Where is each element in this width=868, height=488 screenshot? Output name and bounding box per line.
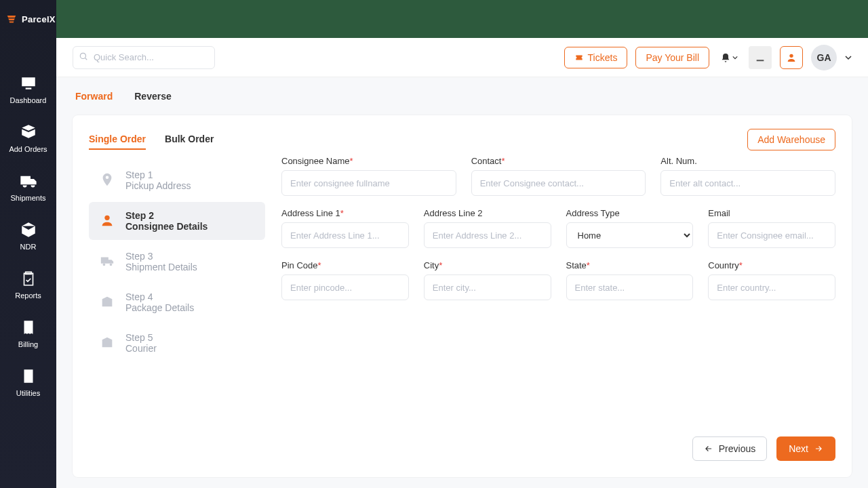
add-warehouse-button[interactable]: Add Warehouse	[747, 129, 835, 150]
sidebar-item-billing[interactable]: Billing	[0, 309, 56, 358]
step-package-details[interactable]: Step 4Package Details	[89, 283, 265, 321]
step-number: Step 1	[125, 169, 191, 180]
step-desc: Consignee Details	[125, 221, 208, 232]
field-label: Consignee Name*	[281, 156, 456, 166]
alt-num-input[interactable]	[660, 170, 835, 196]
step-shipment-details[interactable]: Step 3Shipment Details	[89, 243, 265, 281]
tab-forward[interactable]: Forward	[75, 88, 113, 104]
step-pickup-address[interactable]: Step 1Pickup Address	[89, 161, 265, 199]
sidebar-item-utilities[interactable]: Utilities	[0, 358, 56, 407]
field-consignee-name: Consignee Name*	[281, 156, 456, 196]
form: Consignee Name* Contact* Alt. Num. Addre…	[281, 156, 835, 362]
svg-point-4	[110, 264, 113, 266]
nav-label: Utilities	[16, 389, 40, 397]
step-courier[interactable]: Step 5Courier	[89, 324, 265, 362]
tab-reverse[interactable]: Reverse	[134, 88, 172, 104]
field-label: State*	[566, 260, 694, 270]
step-consignee-details[interactable]: Step 2Consignee Details	[89, 202, 265, 240]
contact-input[interactable]	[471, 170, 646, 196]
svg-point-2	[104, 216, 109, 220]
field-label: Address Line 1*	[281, 208, 409, 218]
map-pin-icon	[98, 171, 116, 188]
field-contact: Contact*	[471, 156, 646, 196]
city-input[interactable]	[424, 274, 551, 300]
notifications-button[interactable]	[717, 46, 741, 69]
field-country: Country*	[708, 260, 835, 300]
nav-label: Reports	[15, 291, 41, 300]
clipboard-check-icon	[20, 270, 37, 287]
state-input[interactable]	[566, 274, 694, 300]
field-pin: Pin Code*	[281, 260, 409, 300]
sidebar-item-ndr[interactable]: NDR	[0, 211, 56, 260]
box-icon	[98, 333, 116, 351]
nav-label: NDR	[20, 243, 37, 251]
consignee-name-input[interactable]	[281, 170, 456, 196]
steps-list: Step 1Pickup Address Step 2Consignee Det…	[89, 156, 265, 362]
step-desc: Courier	[125, 343, 157, 354]
step-desc: Package Details	[125, 302, 194, 313]
step-desc: Shipment Details	[125, 262, 197, 272]
next-button[interactable]: Next	[776, 436, 835, 461]
field-city: City*	[424, 260, 551, 300]
pay-bill-button[interactable]: Pay Your Bill	[635, 47, 709, 68]
download-icon	[755, 52, 766, 63]
field-address-2: Address Line 2	[424, 208, 551, 248]
window-frame-top	[0, 0, 868, 38]
brand-text: ParcelX	[22, 14, 56, 24]
address-type-select[interactable]: Home	[566, 222, 694, 248]
field-address-1: Address Line 1*	[281, 208, 409, 248]
address-1-input[interactable]	[281, 222, 409, 248]
search-icon	[79, 52, 88, 64]
box-open-icon	[20, 123, 37, 141]
field-state: State*	[566, 260, 694, 300]
field-label: Email	[708, 208, 835, 218]
nav-label: Dashboard	[10, 96, 47, 104]
monitor-icon	[20, 75, 37, 92]
previous-button[interactable]: Previous	[692, 436, 767, 461]
svg-point-1	[789, 54, 793, 57]
tickets-button[interactable]: Tickets	[564, 47, 628, 68]
field-label: City*	[424, 260, 551, 270]
calculator-icon	[20, 367, 37, 385]
field-address-type: Address Type Home	[566, 208, 694, 248]
sidebar-item-dashboard[interactable]: Dashboard	[0, 65, 56, 114]
user-button[interactable]	[780, 46, 803, 69]
step-number: Step 4	[125, 291, 194, 302]
download-button[interactable]	[749, 46, 772, 69]
sidebar-item-add-orders[interactable]: Add Orders	[0, 114, 56, 163]
button-label: Pay Your Bill	[646, 52, 699, 63]
field-label: Alt. Num.	[660, 156, 835, 166]
avatar-initials: GA	[817, 52, 831, 63]
avatar[interactable]: GA	[811, 45, 837, 70]
logo[interactable]: ParcelX	[0, 0, 56, 38]
address-2-input[interactable]	[424, 222, 551, 248]
field-alt-num: Alt. Num.	[660, 156, 835, 196]
arrow-left-icon	[704, 444, 713, 453]
field-label: Address Type	[566, 208, 694, 218]
field-label: Address Line 2	[424, 208, 551, 218]
form-footer: Previous Next	[89, 436, 835, 461]
tab-bulk-order[interactable]: Bulk Order	[165, 129, 214, 150]
truck-icon	[20, 172, 37, 190]
user-icon	[786, 52, 797, 63]
package-icon	[20, 221, 37, 239]
pin-input[interactable]	[281, 274, 409, 300]
field-email: Email	[708, 208, 835, 248]
search-wrap	[73, 46, 215, 69]
sidebar-item-shipments[interactable]: Shipments	[0, 163, 56, 211]
field-label: Country*	[708, 260, 835, 270]
truck-icon	[98, 252, 116, 270]
sidebar-item-reports[interactable]: Reports	[0, 260, 56, 309]
search-input[interactable]	[73, 46, 215, 69]
nav-label: Add Orders	[9, 145, 47, 153]
chevron-down-icon[interactable]	[845, 54, 852, 61]
content: Forward Reverse Single Order Bulk Order …	[56, 77, 868, 488]
step-number: Step 3	[125, 251, 197, 262]
field-label: Pin Code*	[281, 260, 409, 270]
email-input[interactable]	[708, 222, 835, 248]
step-number: Step 5	[125, 332, 157, 343]
country-input[interactable]	[708, 274, 835, 300]
topbar: Tickets Pay Your Bill GA	[56, 38, 868, 77]
ticket-icon	[574, 53, 584, 62]
tab-single-order[interactable]: Single Order	[89, 129, 146, 150]
